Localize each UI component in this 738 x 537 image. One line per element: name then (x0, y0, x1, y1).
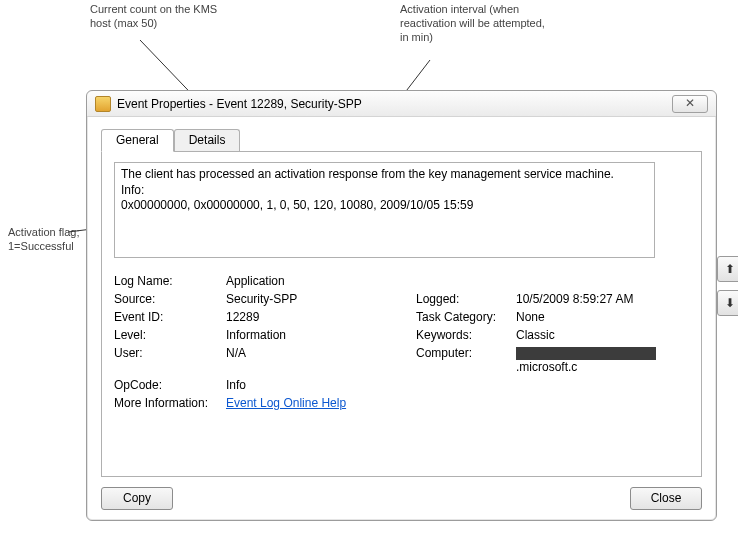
tab-panel-general: The client has processed an activation r… (101, 151, 702, 477)
tab-bar: General Details (101, 129, 702, 152)
value-source: Security-SPP (226, 292, 416, 306)
label-logged: Logged: (416, 292, 516, 306)
desc-line-3: 0x00000000, 0x00000000, 1, 0, 50, 120, 1… (121, 198, 648, 214)
label-more-info: More Information: (114, 396, 226, 410)
event-description-box[interactable]: The client has processed an activation r… (114, 162, 655, 258)
value-opcode: Info (226, 378, 416, 392)
copy-button[interactable]: Copy (101, 487, 173, 510)
computer-suffix: .microsoft.c (516, 360, 577, 374)
value-event-id: 12289 (226, 310, 416, 324)
label-event-id: Event ID: (114, 310, 226, 324)
dialog-footer: Copy Close (101, 477, 702, 510)
desc-line-2: Info: (121, 183, 648, 199)
close-button[interactable]: Close (630, 487, 702, 510)
computer-redacted-block (516, 347, 656, 360)
value-keywords: Classic (516, 328, 676, 342)
tab-details[interactable]: Details (174, 129, 241, 152)
event-details-grid: Log Name: Application Source: Security-S… (114, 272, 689, 412)
value-computer: .microsoft.c (516, 346, 676, 374)
label-opcode: OpCode: (114, 378, 226, 392)
window-title: Event Properties - Event 12289, Security… (117, 97, 672, 111)
titlebar[interactable]: Event Properties - Event 12289, Security… (87, 91, 716, 117)
callout-kms-count: Current count on the KMS host (max 50) (90, 3, 220, 31)
nav-down-button[interactable]: ⬇ (717, 290, 738, 316)
value-user: N/A (226, 346, 416, 374)
value-task-category: None (516, 310, 676, 324)
label-computer: Computer: (416, 346, 516, 374)
label-user: User: (114, 346, 226, 374)
label-log-name: Log Name: (114, 274, 226, 288)
link-event-log-online-help[interactable]: Event Log Online Help (226, 396, 346, 410)
value-log-name: Application (226, 274, 416, 288)
value-level: Information (226, 328, 416, 342)
desc-line-1: The client has processed an activation r… (121, 167, 648, 183)
label-level: Level: (114, 328, 226, 342)
callout-activation-interval: Activation interval (when reactivation w… (400, 3, 550, 44)
window-icon (95, 96, 111, 112)
window-close-button[interactable]: ✕ (672, 95, 708, 113)
callout-activation-flag: Activation flag; 1=Successful (8, 226, 88, 254)
event-properties-dialog: Event Properties - Event 12289, Security… (86, 90, 717, 521)
tab-general[interactable]: General (101, 129, 174, 152)
label-source: Source: (114, 292, 226, 306)
label-keywords: Keywords: (416, 328, 516, 342)
nav-up-button[interactable]: ⬆ (717, 256, 738, 282)
label-task-category: Task Category: (416, 310, 516, 324)
value-logged: 10/5/2009 8:59:27 AM (516, 292, 676, 306)
